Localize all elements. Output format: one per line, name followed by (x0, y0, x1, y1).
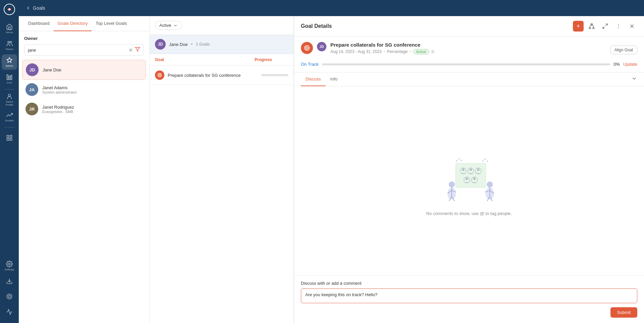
sidebar-item-cxo[interactable]: CxO (2, 71, 17, 87)
sidebar-item-config[interactable] (2, 289, 17, 304)
detail-tab-info[interactable]: Info (326, 72, 342, 86)
goals-header-count: 1 Goals (196, 42, 210, 47)
tab-goals-directory[interactable]: Goals Directory (54, 16, 92, 31)
align-goal-button[interactable]: Align Goal (610, 46, 637, 54)
tab-dashboard[interactable]: Dashboard (24, 16, 54, 31)
svg-marker-16 (135, 47, 140, 51)
goal-user-avatar: JD (317, 42, 326, 51)
svg-point-3 (10, 41, 12, 43)
back-button[interactable]: Goals (25, 5, 45, 11)
detail-tabs: Discuss Info (294, 72, 644, 86)
tab-top-level-goals[interactable]: Top Level Goals (92, 16, 131, 31)
user-item-janet-rodriguez[interactable]: JR Janet Rodriguez Evangelslist - SMB (22, 99, 146, 119)
comment-input[interactable]: Are you keeping this on track? Hello? (301, 288, 637, 303)
goal-main-info: Prepare collaterals for SG conference Au… (330, 42, 434, 54)
filter-bar: Active (150, 16, 293, 35)
active-filter-label: Active (159, 23, 171, 28)
right-panel: Goal Details + (294, 16, 644, 323)
goals-list: Prepare collaterals for SG conference (150, 66, 293, 323)
sidebar-item-growth-label: Growth (5, 119, 14, 122)
sidebar-item-signal[interactable] (2, 304, 17, 320)
svg-point-58 (456, 160, 457, 162)
comment-actions: Submit (301, 307, 637, 318)
copy-icon[interactable]: ⧉ (431, 49, 434, 54)
sidebar: Home Teams Admin CxO Talent Profile Grow… (0, 0, 19, 323)
svg-point-59 (458, 158, 460, 160)
goal-row-0[interactable]: Prepare collaterals for SG conference (150, 66, 293, 85)
sidebar-logo[interactable] (3, 3, 15, 17)
svg-rect-22 (593, 28, 594, 29)
user-info-jane-doe: Jane Doe (43, 67, 61, 72)
middle-panel: Active JD Jane Doe • 1 Goals Goal Progre… (150, 16, 294, 323)
svg-point-45 (448, 181, 454, 187)
svg-point-14 (7, 294, 12, 299)
sidebar-item-home[interactable]: Home (2, 21, 17, 36)
more-options-button[interactable] (613, 21, 624, 32)
goal-info-section: JD Prepare collaterals for SG conference… (294, 37, 644, 72)
goal-details-title: Goal Details (301, 23, 573, 29)
svg-rect-21 (589, 28, 591, 29)
svg-point-1 (8, 8, 10, 10)
expand-detail-icon[interactable] (631, 75, 637, 83)
filter-icon[interactable] (135, 47, 140, 53)
back-button-label: Goals (33, 5, 45, 11)
search-wrap: ✕ (24, 44, 144, 56)
svg-point-15 (8, 295, 11, 298)
sidebar-item-download[interactable] (2, 273, 17, 289)
hierarchy-icon-button[interactable] (586, 21, 597, 32)
svg-rect-33 (455, 163, 486, 187)
close-button[interactable] (627, 21, 637, 32)
user-item-janet-adams[interactable]: JA Janet Adams System administrator (22, 80, 146, 99)
svg-point-25 (618, 24, 619, 25)
svg-rect-11 (10, 139, 12, 141)
goal-info-row1: JD Prepare collaterals for SG conference… (301, 42, 637, 58)
submit-button[interactable]: Submit (610, 307, 637, 318)
user-info-janet-rodriguez: Janet Rodriguez Evangelslist - SMB (42, 105, 74, 114)
goals-table-header: Goal Progress (150, 54, 293, 66)
svg-point-2 (8, 41, 9, 43)
user-name-jane-doe: Jane Doe (43, 67, 61, 72)
sidebar-item-admin[interactable]: Admin (2, 54, 17, 70)
goal-details-header: Goal Details + (294, 16, 644, 37)
goal-main-title: Prepare collaterals for SG conference (330, 42, 434, 48)
svg-point-27 (618, 28, 619, 28)
user-item-jane-doe[interactable]: JD Jane Doe (22, 60, 146, 80)
empty-comment-text: No comments to show, use @ to tag people… (426, 211, 512, 216)
owner-search-input[interactable] (28, 48, 128, 53)
goal-icon-0 (155, 70, 164, 80)
discuss-content: No comments to show, use @ to tag people… (294, 86, 644, 323)
svg-point-32 (307, 48, 308, 49)
sidebar-item-settings[interactable]: Settings (2, 258, 17, 273)
goals-header-user-name: Jane Doe (169, 42, 188, 47)
content-area: Dashboard Goals Directory Top Level Goal… (19, 16, 644, 323)
svg-rect-10 (7, 139, 9, 141)
sidebar-item-cxo-label: CxO (7, 81, 12, 84)
expand-icon-button[interactable] (600, 21, 610, 32)
svg-point-60 (461, 160, 462, 161)
col-header-progress: Progress (255, 57, 288, 62)
detail-tab-discuss[interactable]: Discuss (301, 72, 326, 86)
sidebar-item-growth[interactable]: Growth (2, 109, 17, 124)
user-avatar-janet-rodriguez: JR (25, 103, 38, 115)
user-list: JD Jane Doe JA Janet Adams System admini… (19, 60, 149, 323)
svg-point-12 (9, 263, 10, 265)
add-button[interactable]: + (573, 21, 584, 32)
user-name-janet-adams: Janet Adams (42, 85, 77, 90)
svg-point-7 (8, 94, 11, 97)
col-header-goal: Goal (155, 57, 255, 62)
goal-name-0: Prepare collaterals for SG conference (168, 73, 258, 78)
update-button[interactable]: Update (623, 62, 637, 67)
svg-point-63 (487, 161, 488, 162)
active-filter-button[interactable]: Active (155, 21, 182, 30)
sidebar-item-talent-profile-label: Talent Profile (2, 101, 17, 107)
tabs: Dashboard Goals Directory Top Level Goal… (19, 16, 149, 31)
svg-point-31 (306, 47, 309, 50)
sidebar-item-grid[interactable] (2, 130, 17, 146)
sidebar-item-teams[interactable]: Teams (2, 38, 17, 53)
sidebar-item-talent-profile[interactable]: Talent Profile (2, 92, 17, 108)
comment-section-label: Discuss with or add a comment (301, 281, 637, 286)
progress-percent: 0% (613, 62, 620, 67)
empty-illustration (436, 145, 503, 206)
clear-search-icon[interactable]: ✕ (128, 47, 133, 53)
status-badge: Active (413, 49, 429, 54)
